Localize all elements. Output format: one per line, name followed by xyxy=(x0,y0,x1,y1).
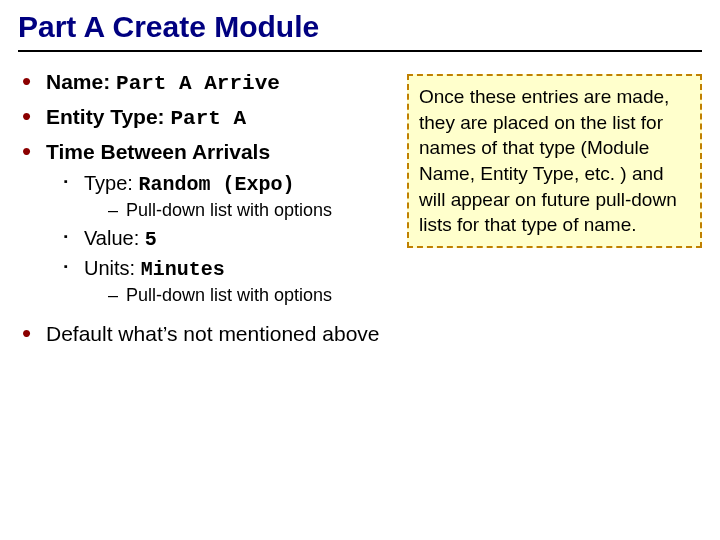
slide-title: Part A Create Module xyxy=(18,10,702,44)
entity-label: Entity Type: xyxy=(46,105,170,128)
pulldown-note-2: Pull-down list with options xyxy=(106,285,397,306)
value-label: Value: xyxy=(84,227,145,249)
value-value: 5 xyxy=(145,228,157,251)
name-label: Name: xyxy=(46,70,116,93)
bullet-name: Name: Part A Arrive xyxy=(18,70,397,95)
sub-value: Value: 5 xyxy=(62,227,397,251)
type-label: Type: xyxy=(84,172,138,194)
pulldown-note-1: Pull-down list with options xyxy=(106,200,397,221)
dash-list-1: Pull-down list with options xyxy=(84,200,397,221)
bullet-default: Default what’s not mentioned above xyxy=(18,322,702,346)
bullet-time-between-arrivals: Time Between Arrivals Type: Random (Expo… xyxy=(18,140,397,306)
sub-list: Type: Random (Expo) Pull-down list with … xyxy=(46,172,397,306)
callout-box: Once these entries are made, they are pl… xyxy=(407,74,702,248)
sub-units: Units: Minutes Pull-down list with optio… xyxy=(62,257,397,306)
sub-type: Type: Random (Expo) Pull-down list with … xyxy=(62,172,397,221)
dash-list-2: Pull-down list with options xyxy=(84,285,397,306)
units-label: Units: xyxy=(84,257,141,279)
entity-value: Part A xyxy=(170,107,246,130)
left-column: Name: Part A Arrive Entity Type: Part A … xyxy=(18,70,397,316)
title-divider xyxy=(18,50,702,52)
bullet-list: Name: Part A Arrive Entity Type: Part A … xyxy=(18,70,397,306)
content-row: Name: Part A Arrive Entity Type: Part A … xyxy=(18,70,702,316)
type-value: Random (Expo) xyxy=(138,173,294,196)
name-value: Part A Arrive xyxy=(116,72,280,95)
bullet-entity-type: Entity Type: Part A xyxy=(18,105,397,130)
tba-label: Time Between Arrivals xyxy=(46,140,270,163)
final-bullet-list: Default what’s not mentioned above xyxy=(18,322,702,346)
units-value: Minutes xyxy=(141,258,225,281)
